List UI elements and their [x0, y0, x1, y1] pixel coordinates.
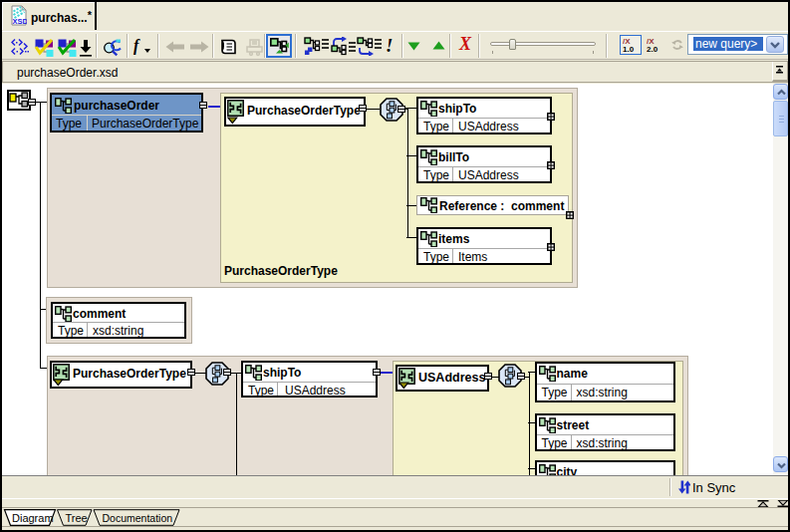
svg-text:Diagram: Diagram: [12, 512, 54, 524]
svg-text:1.0: 1.0: [623, 45, 635, 53]
svg-text:XSD: XSD: [13, 17, 28, 26]
svg-text:Tree: Tree: [66, 512, 88, 524]
svg-text:2.0: 2.0: [647, 45, 658, 53]
svg-text:Documentation: Documentation: [103, 512, 173, 524]
